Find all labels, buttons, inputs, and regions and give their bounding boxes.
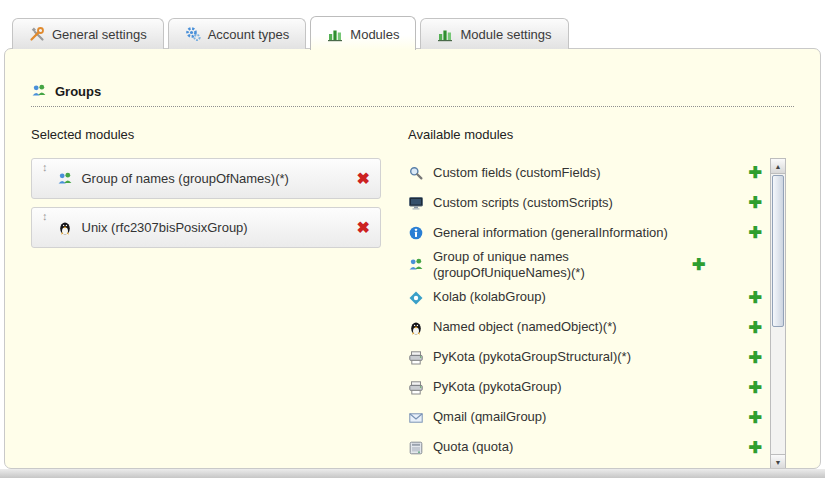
tab-bar: General settings Account types	[12, 14, 813, 49]
available-modules-heading: Available modules	[408, 127, 800, 142]
modules-icon	[327, 26, 343, 42]
tab-label: Account types	[208, 27, 290, 42]
available-module-row: General information (generalInformation)…	[408, 218, 762, 248]
available-module-label: Named object (namedObject)(*)	[433, 319, 740, 335]
groups-section-heading: Groups	[31, 83, 794, 107]
gear-icon	[185, 26, 201, 42]
add-module-button[interactable]: ✚	[749, 350, 762, 366]
tools-icon	[29, 26, 45, 42]
available-module-label: Custom fields (customFields)	[433, 165, 740, 181]
remove-module-button[interactable]: ✖	[357, 171, 370, 187]
scroll-up-button[interactable]: ▲	[771, 159, 785, 174]
available-module-row: Qmail (qmailGroup) ✚	[408, 403, 762, 433]
available-module-row: Group of unique names (groupOfUniqueName…	[408, 248, 762, 283]
drag-handle-icon[interactable]: ↕	[42, 162, 48, 173]
available-module-row: Quota (quota) ✚	[408, 433, 762, 463]
scrollbar[interactable]: ▲ ▼	[770, 158, 786, 469]
screen-icon	[408, 195, 424, 211]
drag-handle-icon[interactable]: ↕	[42, 211, 48, 222]
available-module-label: PyKota (pykotaGroup)	[433, 379, 740, 395]
selected-module-row[interactable]: ↕ Unix (rfc2307bisPosixGroup)	[31, 207, 381, 248]
info-icon	[408, 225, 424, 241]
available-modules-column: Available modules Custom fields (customF…	[408, 127, 800, 469]
tab-modules[interactable]: Modules	[310, 16, 416, 50]
add-module-button[interactable]: ✚	[692, 257, 705, 273]
available-module-label: Qmail (qmailGroup)	[433, 409, 740, 425]
tab-label: General settings	[52, 27, 147, 42]
available-modules-area: Custom fields (customFields) ✚	[408, 158, 800, 469]
add-module-button[interactable]: ✚	[749, 320, 762, 336]
kolab-icon	[408, 290, 424, 306]
remove-module-button[interactable]: ✖	[357, 220, 370, 236]
scrollbar-thumb[interactable]	[772, 175, 784, 327]
magnifier-icon	[408, 165, 424, 181]
available-module-row: Custom scripts (customScripts) ✚	[408, 188, 762, 218]
available-module-row: PyKota (pykotaGroup) ✚	[408, 373, 762, 403]
page-footer	[0, 469, 825, 478]
modules-panel: Groups Selected modules ↕ Gr	[4, 48, 821, 469]
add-module-button[interactable]: ✚	[749, 225, 762, 241]
available-module-row: Custom fields (customFields) ✚	[408, 158, 762, 188]
available-module-label: Kolab (kolabGroup)	[433, 289, 740, 305]
selected-module-label: Unix (rfc2307bisPosixGroup)	[82, 220, 348, 235]
available-module-label: Quota (quota)	[433, 439, 740, 455]
modules-icon	[437, 26, 453, 42]
selected-modules-column: Selected modules ↕ Group of names (group…	[31, 127, 408, 469]
tab-label: Module settings	[460, 27, 551, 42]
available-module-row: Kolab (kolabGroup) ✚	[408, 283, 762, 313]
group-icon	[31, 83, 47, 99]
selected-module-row[interactable]: ↕ Group of names (groupOfNames)(*) ✖	[31, 158, 381, 199]
selected-module-label: Group of names (groupOfNames)(*)	[82, 171, 348, 186]
add-module-button[interactable]: ✚	[749, 410, 762, 426]
tab-label: Modules	[350, 27, 399, 42]
selected-modules-heading: Selected modules	[31, 127, 408, 142]
group-icon	[408, 257, 424, 273]
scroll-down-button[interactable]: ▼	[771, 454, 785, 469]
lam-configuration-page: General settings Account types	[0, 0, 825, 478]
tab-account-types[interactable]: Account types	[168, 18, 307, 49]
available-module-row: Named object (namedObject)(*) ✚	[408, 313, 762, 343]
available-module-label: Custom scripts (customScripts)	[433, 195, 740, 211]
available-module-row: PyKota (pykotaGroupStructural)(*) ✚	[408, 343, 762, 373]
add-module-button[interactable]: ✚	[749, 380, 762, 396]
tux-icon	[408, 320, 424, 336]
section-title: Groups	[55, 84, 101, 99]
add-module-button[interactable]: ✚	[749, 195, 762, 211]
disk-icon	[408, 440, 424, 456]
mail-icon	[408, 410, 424, 426]
printer-icon	[408, 350, 424, 366]
tab-module-settings[interactable]: Module settings	[420, 18, 568, 49]
available-module-label: PyKota (pykotaGroupStructural)(*)	[433, 349, 740, 365]
available-module-label: General information (generalInformation)	[433, 225, 740, 241]
group-icon	[57, 171, 73, 187]
available-modules-list: Custom fields (customFields) ✚	[408, 158, 762, 469]
available-module-label: Group of unique names (groupOfUniqueName…	[433, 249, 683, 282]
module-columns: Selected modules ↕ Group of names (group…	[31, 127, 800, 469]
tux-icon	[57, 220, 73, 236]
add-module-button[interactable]: ✚	[749, 165, 762, 181]
add-module-button[interactable]: ✚	[749, 440, 762, 456]
add-module-button[interactable]: ✚	[749, 290, 762, 306]
tab-general-settings[interactable]: General settings	[12, 18, 164, 49]
printer-icon	[408, 380, 424, 396]
